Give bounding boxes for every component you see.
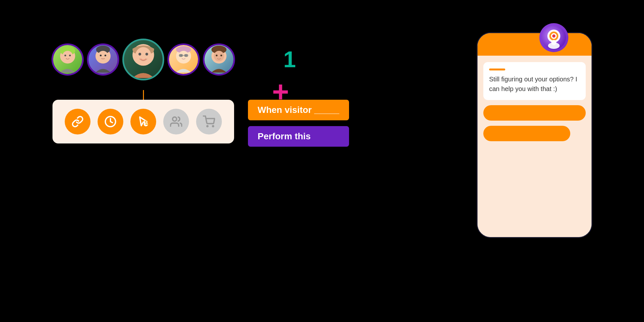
- svg-rect-19: [179, 54, 183, 57]
- reply-button-2[interactable]: [483, 126, 570, 141]
- svg-point-38: [551, 40, 556, 45]
- svg-point-13: [146, 53, 148, 55]
- svg-point-36: [552, 34, 555, 38]
- middle-section: When visitor _____ Perform this: [248, 100, 349, 147]
- svg-point-9: [105, 55, 106, 56]
- reply-button-1[interactable]: [483, 105, 586, 121]
- bot-avatar: [539, 23, 568, 52]
- avatar-row: [52, 39, 235, 80]
- svg-point-30: [207, 126, 208, 127]
- avatar-3-selected[interactable]: [122, 39, 164, 80]
- main-scene: 1 + When visitor _____ Perform this: [0, 0, 644, 322]
- avatar-2[interactable]: [87, 43, 119, 76]
- chat-bubble-bar: [489, 69, 505, 70]
- phone-mockup: Still figuring out your options? I can h…: [477, 32, 592, 238]
- svg-rect-20: [184, 54, 188, 57]
- svg-point-29: [173, 117, 177, 121]
- phone-body: Still figuring out your options? I can h…: [478, 56, 592, 237]
- clock-icon-button[interactable]: [98, 109, 123, 134]
- cart-icon-button[interactable]: [196, 109, 222, 134]
- perform-this-label: Perform this: [248, 126, 349, 147]
- connector-line: [143, 90, 144, 100]
- phone-header: [478, 33, 592, 56]
- left-panel: [52, 39, 235, 143]
- svg-point-31: [213, 126, 213, 127]
- avatar-5[interactable]: [203, 43, 235, 76]
- svg-point-24: [214, 51, 224, 61]
- green-number: 1: [283, 48, 296, 71]
- click-icon-button[interactable]: [130, 109, 156, 134]
- when-visitor-label: When visitor _____: [248, 100, 349, 120]
- chat-message-text: Still figuring out your options? I can h…: [489, 76, 577, 92]
- chat-bubble: Still figuring out your options? I can h…: [483, 62, 586, 100]
- svg-point-4: [69, 55, 71, 56]
- svg-point-7: [98, 51, 108, 61]
- svg-point-8: [100, 55, 101, 56]
- svg-point-25: [216, 55, 217, 56]
- user-sync-icon-button[interactable]: [163, 109, 189, 134]
- avatar-4[interactable]: [167, 43, 200, 76]
- avatar-1[interactable]: [52, 43, 84, 76]
- action-panel: [52, 100, 234, 143]
- svg-point-2: [62, 51, 73, 61]
- svg-point-26: [221, 55, 222, 56]
- link-icon-button[interactable]: [65, 109, 90, 134]
- svg-point-3: [64, 55, 66, 56]
- svg-point-12: [138, 53, 141, 55]
